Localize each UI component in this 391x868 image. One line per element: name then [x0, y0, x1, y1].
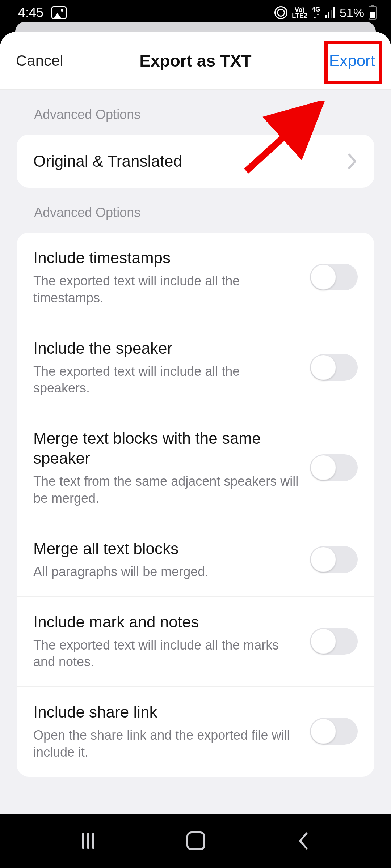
chevron-right-icon	[348, 153, 358, 170]
option-title: Include timestamps	[33, 248, 299, 268]
toggle-include-marks[interactable]	[310, 628, 358, 655]
sheet-content: Advanced Options Original & Translated A…	[0, 90, 391, 777]
option-include-marks[interactable]: Include mark and notes The exported text…	[17, 596, 374, 687]
options-card: Include timestamps The exported text wil…	[17, 233, 374, 777]
option-subtitle: The text from the same adjacent speakers…	[33, 473, 299, 507]
status-right: Vo) LTE2 4G ↓↑ 51%	[274, 6, 377, 20]
option-title: Include share link	[33, 702, 299, 722]
option-include-speaker[interactable]: Include the speaker The exported text wi…	[17, 323, 374, 413]
battery-percent: 51%	[340, 6, 364, 20]
option-title: Include the speaker	[33, 338, 299, 358]
mode-title: Original & Translated	[33, 151, 337, 171]
toggle-include-speaker[interactable]	[310, 354, 358, 381]
sheet-header: Cancel Export as TXT Export	[0, 32, 391, 90]
option-subtitle: The exported text will include all the t…	[33, 273, 299, 307]
status-left: 4:45	[18, 5, 67, 20]
option-include-timestamps[interactable]: Include timestamps The exported text wil…	[17, 233, 374, 323]
cancel-button[interactable]: Cancel	[16, 52, 63, 69]
option-title: Merge all text blocks	[33, 539, 299, 558]
toggle-include-share-link[interactable]	[310, 718, 358, 745]
option-subtitle: The exported text will include all the s…	[33, 363, 299, 397]
option-subtitle: The exported text will include all the m…	[33, 637, 299, 671]
android-nav-bar	[0, 814, 391, 868]
nav-home-button[interactable]	[186, 831, 205, 850]
mobile-data-icon: 4G ↓↑	[312, 7, 320, 19]
signal-icon	[325, 7, 335, 18]
option-title: Merge text blocks with the same speaker	[33, 428, 299, 468]
option-subtitle: All paragraphs will be merged.	[33, 563, 299, 580]
toggle-merge-all[interactable]	[310, 546, 358, 573]
nav-back-button[interactable]	[297, 832, 309, 850]
export-button[interactable]: Export	[329, 52, 375, 70]
toggle-include-timestamps[interactable]	[310, 264, 358, 290]
toggle-merge-same-speaker[interactable]	[310, 454, 358, 481]
option-subtitle: Open the share link and the exported fil…	[33, 727, 299, 761]
export-sheet: Cancel Export as TXT Export Advanced Opt…	[0, 32, 391, 868]
mode-card: Original & Translated	[17, 135, 374, 188]
section-label-1: Advanced Options	[17, 90, 374, 135]
mode-row[interactable]: Original & Translated	[17, 135, 374, 188]
volte-icon: Vo) LTE2	[292, 7, 307, 18]
option-include-share-link[interactable]: Include share link Open the share link a…	[17, 686, 374, 777]
section-label-2: Advanced Options	[17, 188, 374, 233]
gallery-icon	[51, 6, 67, 19]
nav-recents-button[interactable]	[82, 833, 94, 849]
hotspot-icon	[274, 6, 287, 19]
battery-icon	[369, 6, 377, 20]
option-merge-all[interactable]: Merge all text blocks All paragraphs wil…	[17, 523, 374, 596]
option-title: Include mark and notes	[33, 612, 299, 632]
option-merge-same-speaker[interactable]: Merge text blocks with the same speaker …	[17, 413, 374, 523]
status-time: 4:45	[18, 5, 43, 20]
